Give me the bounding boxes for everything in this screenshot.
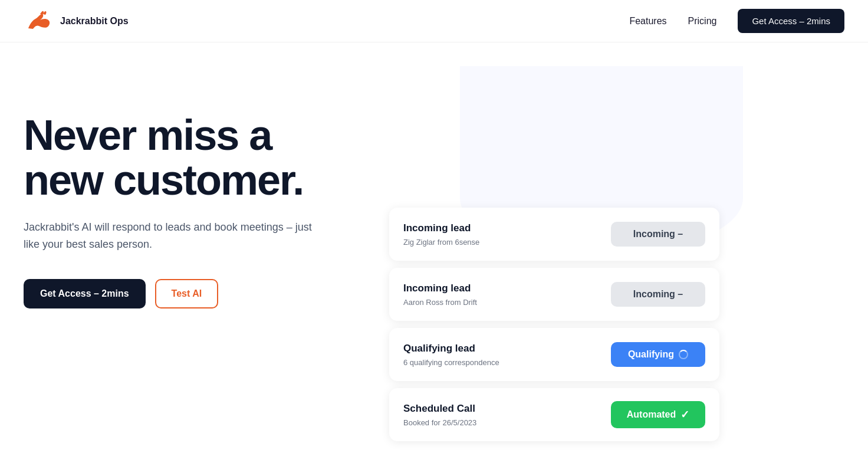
hero-right: Incoming lead Zig Ziglar from 6sense Inc… <box>389 78 719 441</box>
check-icon: ✓ <box>680 408 689 421</box>
lead-card-incoming-2: Incoming lead Aaron Ross from Drift Inco… <box>389 268 719 321</box>
hero-test-ai-button[interactable]: Test AI <box>155 279 219 308</box>
card-badge-label-1: Incoming – <box>633 229 683 239</box>
nav-pricing-link[interactable]: Pricing <box>688 16 717 27</box>
hero-title-line1: Never miss a <box>24 111 271 159</box>
hero-subtitle: Jackrabbit's AI will respond to leads an… <box>24 219 318 253</box>
card-info-1: Incoming lead Zig Ziglar from 6sense <box>403 222 479 247</box>
card-title-4: Scheduled Call <box>403 403 476 415</box>
lead-card-qualifying: Qualifying lead 6 qualifying corresponde… <box>389 328 719 381</box>
logo-icon <box>24 9 54 33</box>
hero-title-line2: new customer. <box>24 156 303 203</box>
nav-features-link[interactable]: Features <box>629 16 666 27</box>
card-badge-3: Qualifying <box>611 342 705 367</box>
card-title-1: Incoming lead <box>403 222 479 234</box>
card-sub-1: Zig Ziglar from 6sense <box>403 238 479 247</box>
card-badge-4: Automated ✓ <box>611 401 705 428</box>
card-badge-2: Incoming – <box>611 282 705 307</box>
card-info-4: Scheduled Call Booked for 26/5/2023 <box>403 403 476 427</box>
card-sub-4: Booked for 26/5/2023 <box>403 418 476 427</box>
card-sub-2: Aaron Ross from Drift <box>403 298 477 307</box>
lead-card-automated: Scheduled Call Booked for 26/5/2023 Auto… <box>389 388 719 441</box>
card-title-3: Qualifying lead <box>403 343 499 354</box>
hero-left: Never miss a new customer. Jackrabbit's … <box>24 78 389 308</box>
card-badge-label-4: Automated <box>627 409 676 420</box>
logo-text: Jackrabbit Ops <box>60 16 129 27</box>
lead-card-incoming-1: Incoming lead Zig Ziglar from 6sense Inc… <box>389 208 719 261</box>
nav-cta-button[interactable]: Get Access – 2mins <box>738 9 844 33</box>
card-badge-label-2: Incoming – <box>633 289 683 300</box>
hero-cta-button[interactable]: Get Access – 2mins <box>24 279 146 308</box>
card-sub-3: 6 qualifying correspondence <box>403 358 499 367</box>
main-container: Never miss a new customer. Jackrabbit's … <box>0 42 868 453</box>
qualifying-spinner-icon <box>679 350 688 359</box>
card-info-3: Qualifying lead 6 qualifying corresponde… <box>403 343 499 367</box>
card-info-2: Incoming lead Aaron Ross from Drift <box>403 283 477 307</box>
card-badge-1: Incoming – <box>611 222 705 247</box>
logo-group: Jackrabbit Ops <box>24 9 129 33</box>
card-badge-label-3: Qualifying <box>628 349 674 360</box>
hero-title: Never miss a new customer. <box>24 113 389 202</box>
nav-links: Features Pricing Get Access – 2mins <box>629 9 844 33</box>
hero-buttons: Get Access – 2mins Test AI <box>24 279 389 308</box>
card-title-2: Incoming lead <box>403 283 477 294</box>
cards-list: Incoming lead Zig Ziglar from 6sense Inc… <box>389 208 719 441</box>
navbar: Jackrabbit Ops Features Pricing Get Acce… <box>0 0 868 42</box>
